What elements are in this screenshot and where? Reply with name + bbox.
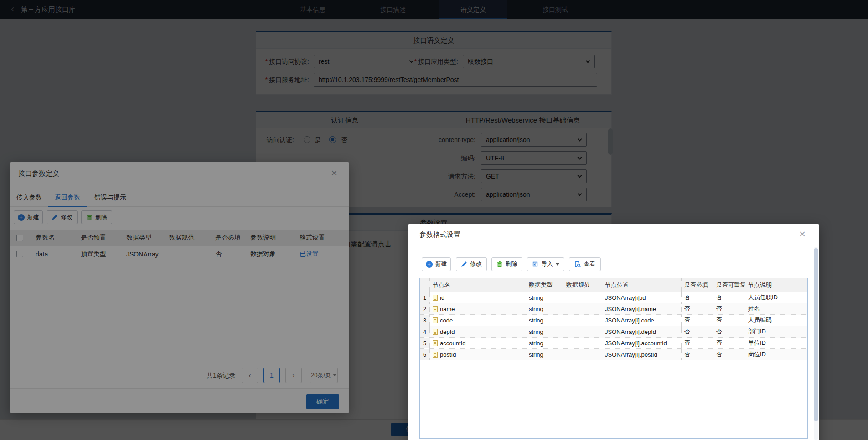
pencil-icon [461,261,467,267]
table-row[interactable]: 6 postId string JSONArray[i].postId 否 否 … [420,349,807,360]
cell-row-number: 2 [420,303,430,314]
cell-node-position: JSONArray[i].postId [602,349,682,360]
cell-node-description: 单位ID [745,338,807,348]
trash-icon [496,261,503,267]
cell-node-description: 人员编码 [745,315,807,326]
cell-repeatable: 否 [713,303,745,314]
cell-node-description: 姓名 [745,303,807,314]
cell-data-spec [563,315,602,326]
cell-node-name: depId [430,326,526,337]
document-icon [433,295,438,301]
cell-data-spec [563,303,602,314]
cell-required: 否 [682,338,713,348]
cell-repeatable: 否 [713,326,745,337]
grid-header: 节点名 数据类型 数据规范 节点位置 是否必填 是否可重复 节点说明 [420,278,807,292]
document-icon [433,352,438,358]
document-icon [433,340,438,346]
cell-node-description: 人员任职ID [745,292,807,303]
cell-required: 否 [682,292,713,303]
document-icon [433,329,438,335]
cell-node-name: accountId [430,338,526,348]
cell-repeatable: 否 [713,338,745,348]
create-button[interactable]: + 新建 [422,257,451,271]
col-repeatable: 是否可重复 [713,278,745,292]
delete-button[interactable]: 删除 [491,257,522,271]
view-search-icon [574,261,581,267]
table-row[interactable]: 5 accountId string JSONArray[i].accountI… [420,338,807,349]
table-row[interactable]: 1 id string JSONArray[i].id 否 否 人员任职ID [420,292,807,303]
cell-node-name: postId [430,349,526,360]
close-icon[interactable]: × [799,230,806,239]
plus-circle-icon: + [426,261,433,268]
col-required: 是否必填 [682,278,713,292]
cell-node-position: JSONArray[i].id [602,292,682,303]
cell-data-type: string [526,338,563,348]
col-node-name: 节点名 [430,278,526,292]
cell-data-type: string [526,303,563,314]
cell-node-name: code [430,315,526,326]
view-button[interactable]: 查看 [569,257,601,271]
node-grid: 节点名 数据类型 数据规范 节点位置 是否必填 是否可重复 节点说明 1 id … [419,278,808,439]
edit-button[interactable]: 修改 [456,257,487,271]
dialog-title: 参数格式设置 [419,230,460,239]
document-icon [433,317,438,323]
cell-repeatable: 否 [713,292,745,303]
cell-data-spec [563,349,602,360]
cell-node-position: JSONArray[i].depId [602,326,682,337]
cell-data-type: string [526,326,563,337]
cell-node-position: JSONArray[i].accountId [602,338,682,348]
col-data-type: 数据类型 [526,278,563,292]
param-format-dialog: 参数格式设置 × + 新建 修改 删除 导入 查看 节点名 [408,224,819,440]
table-row[interactable]: 4 depId string JSONArray[i].depId 否 否 部门… [420,326,807,338]
col-node-position: 节点位置 [602,278,682,292]
cell-node-position: JSONArray[i].code [602,315,682,326]
chevron-down-icon [556,263,559,266]
cell-repeatable: 否 [713,349,745,360]
cell-data-spec [563,292,602,303]
cell-data-type: string [526,349,563,360]
cell-required: 否 [682,349,713,360]
cell-data-type: string [526,315,563,326]
cell-row-number: 6 [420,349,430,360]
col-node-description: 节点说明 [745,278,807,292]
cell-row-number: 5 [420,338,430,348]
cell-required: 否 [682,315,713,326]
col-row-number [420,278,430,292]
document-icon [433,306,438,312]
import-button[interactable]: 导入 [527,257,564,271]
import-icon [532,261,538,267]
cell-required: 否 [682,303,713,314]
cell-node-description: 岗位ID [745,349,807,360]
cell-required: 否 [682,326,713,337]
cell-node-position: JSONArray[i].name [602,303,682,314]
table-row[interactable]: 3 code string JSONArray[i].code 否 否 人员编码 [420,315,807,326]
cell-node-name: id [430,292,526,303]
app-screen: ‹ 第三方应用接口库 基本信息 接口描述 语义定义 接口测试 接口语义定义 *接… [0,0,868,440]
cell-data-spec [563,338,602,348]
cell-repeatable: 否 [713,315,745,326]
table-row[interactable]: 2 name string JSONArray[i].name 否 否 姓名 [420,303,807,315]
cell-row-number: 3 [420,315,430,326]
cell-data-type: string [526,292,563,303]
dialog-scrollbar-thumb[interactable] [814,248,818,421]
cell-row-number: 4 [420,326,430,337]
cell-row-number: 1 [420,292,430,303]
col-data-spec: 数据规范 [563,278,602,292]
cell-data-spec [563,326,602,337]
cell-node-name: name [430,303,526,314]
cell-node-description: 部门ID [745,326,807,337]
header-divider [408,246,819,246]
